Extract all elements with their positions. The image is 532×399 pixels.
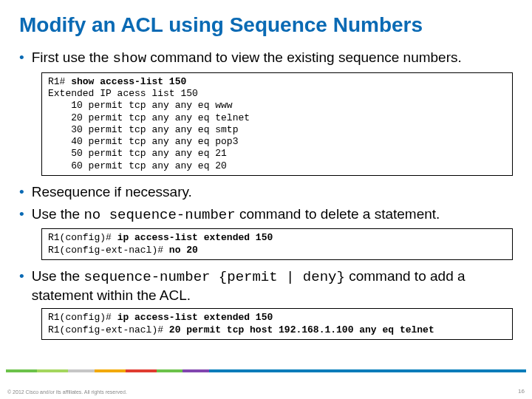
bullet-dot: • bbox=[19, 49, 24, 66]
code1-l3: 10 permit tcp any any eq www bbox=[48, 100, 233, 111]
code1-l4: 20 permit tcp any any eq telnet bbox=[48, 112, 250, 123]
codebox-3: R1(config)# ip access-list extended 150 … bbox=[41, 308, 513, 340]
code3-l1b: ip access-list extended 150 bbox=[117, 312, 273, 323]
codebox-2: R1(config)# ip access-list extended 150 … bbox=[41, 228, 513, 260]
slide-body: • First use the show command to view the… bbox=[0, 49, 532, 340]
bullet-2-text: Resequence if necessary. bbox=[32, 183, 513, 201]
bullet-4-cmd: sequence-number {permit | deny} bbox=[83, 269, 344, 285]
code3-l1a: R1(config)# bbox=[48, 312, 117, 323]
code1-l2: Extended IP acess list 150 bbox=[48, 88, 198, 99]
code1-l6: 40 permit tcp any any eq pop3 bbox=[48, 136, 238, 147]
bullet-dot: • bbox=[19, 183, 24, 201]
bullet-3-text: Use the no sequence-number command to de… bbox=[32, 205, 513, 225]
bullet-3: • Use the no sequence-number command to … bbox=[19, 205, 513, 225]
bullet-1-cmd: show bbox=[112, 50, 146, 66]
bullet-2: • Resequence if necessary. bbox=[19, 183, 513, 201]
footer: © 2012 Cisco and/or its affiliates. All … bbox=[0, 366, 532, 399]
code2-l2b: no 20 bbox=[169, 245, 198, 256]
copyright-text: © 2012 Cisco and/or its affiliates. All … bbox=[7, 389, 127, 395]
bullet-3-pre: Use the bbox=[32, 206, 84, 222]
bullet-3-cmd: no sequence-number bbox=[83, 207, 235, 223]
slide-title: Modify an ACL using Sequence Numbers bbox=[0, 0, 532, 44]
bullet-1-pre: First use the bbox=[32, 50, 113, 65]
code1-l1a: R1# bbox=[48, 76, 71, 87]
code3-l2a: R1(config-ext-nacl)# bbox=[48, 324, 169, 335]
bullet-dot: • bbox=[19, 267, 24, 285]
bullet-3-post: command to delete a statement. bbox=[236, 206, 440, 222]
code1-l7: 50 permit tcp any any eq 21 bbox=[48, 148, 227, 159]
codebox-1: R1# show access-list 150 Extended IP ace… bbox=[41, 72, 513, 176]
page-number: 16 bbox=[518, 388, 525, 395]
bullet-4-text: Use the sequence-number {permit | deny} … bbox=[32, 267, 513, 304]
code3-l2b: 20 permit tcp host 192.168.1.100 any eq … bbox=[169, 324, 434, 335]
code2-l1b: ip access-list extended 150 bbox=[117, 232, 273, 243]
slide: Modify an ACL using Sequence Numbers • F… bbox=[0, 0, 532, 399]
bullet-1-text: First use the show command to view the e… bbox=[32, 49, 513, 68]
bullet-1-post: command to view the existing sequence nu… bbox=[146, 50, 462, 65]
code1-l8: 60 permit tcp any any eq 20 bbox=[48, 160, 227, 171]
code1-l5: 30 permit tcp any any eq smtp bbox=[48, 124, 238, 135]
code2-l2a: R1(config-ext-nacl)# bbox=[48, 245, 169, 256]
bullet-4-pre: Use the bbox=[32, 268, 84, 284]
code1-l1b: show access-list 150 bbox=[71, 76, 186, 87]
bullet-4: • Use the sequence-number {permit | deny… bbox=[19, 267, 513, 304]
bullet-dot: • bbox=[19, 205, 24, 223]
code2-l1a: R1(config)# bbox=[48, 232, 117, 243]
brand-stripe bbox=[6, 369, 526, 372]
bullet-1: • First use the show command to view the… bbox=[19, 49, 513, 68]
